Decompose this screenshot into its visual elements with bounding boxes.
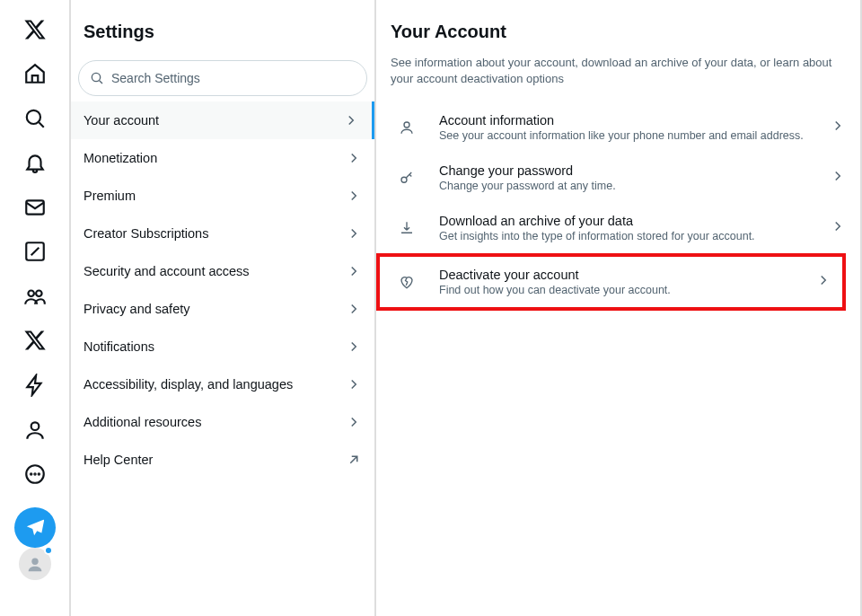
heartbreak-icon [391, 274, 423, 290]
key-icon [391, 170, 423, 186]
svg-point-7 [31, 473, 31, 474]
chevron-right-icon [346, 188, 362, 204]
chevron-right-icon [343, 112, 359, 128]
chevron-right-icon [830, 218, 846, 238]
compose-button[interactable] [14, 507, 56, 549]
communities-icon[interactable] [13, 274, 57, 319]
search-icon [90, 71, 104, 85]
chevron-right-icon [346, 414, 362, 430]
option-change-password[interactable]: Change your password Change your passwor… [376, 153, 860, 203]
option-deactivate-account[interactable]: Deactivate your account Find out how you… [376, 253, 846, 311]
mail-icon[interactable] [13, 185, 57, 230]
svg-point-9 [38, 473, 39, 474]
svg-point-12 [404, 122, 409, 128]
chevron-right-icon [830, 168, 846, 188]
search-settings-field[interactable] [78, 60, 367, 96]
svg-point-3 [28, 290, 34, 296]
option-title: Download an archive of your data [439, 214, 814, 228]
svg-point-4 [36, 290, 42, 296]
option-subtitle: Change your password at any time. [439, 180, 814, 192]
settings-item-label: Creator Subscriptions [84, 226, 208, 241]
app-root: Settings Your account Monetization Premi… [0, 0, 862, 616]
chevron-right-icon [346, 150, 362, 166]
bell-icon[interactable] [13, 141, 57, 186]
option-download-archive[interactable]: Download an archive of your data Get ins… [376, 203, 860, 253]
option-subtitle: Find out how you can deactivate your acc… [439, 284, 799, 296]
settings-item-your-account[interactable]: Your account [71, 101, 374, 139]
settings-item-label: Privacy and safety [84, 302, 189, 316]
settings-item-help-center[interactable]: Help Center [71, 441, 374, 479]
detail-title: Your Account [376, 11, 860, 49]
settings-item-premium[interactable]: Premium [71, 177, 374, 215]
settings-list: Your account Monetization Premium Creato… [71, 101, 374, 479]
settings-item-label: Your account [84, 113, 159, 128]
chevron-right-icon [346, 339, 362, 355]
settings-item-label: Notifications [84, 339, 154, 354]
option-title: Account information [439, 113, 814, 128]
x-logo-icon[interactable] [13, 7, 57, 52]
detail-description: See information about your account, down… [376, 49, 860, 102]
chevron-right-icon [346, 263, 362, 279]
settings-item-label: Additional resources [84, 415, 201, 429]
chevron-right-icon [815, 272, 831, 292]
option-account-information[interactable]: Account information See your account inf… [376, 102, 860, 153]
more-icon[interactable] [13, 452, 57, 497]
option-text: Account information See your account inf… [439, 113, 814, 142]
chevron-right-icon [346, 225, 362, 242]
svg-point-11 [92, 73, 100, 81]
settings-item-label: Security and account access [84, 264, 250, 278]
settings-item-label: Accessibility, display, and languages [84, 377, 293, 392]
grok-icon[interactable] [13, 230, 57, 275]
option-text: Deactivate your account Find out how you… [439, 268, 799, 296]
settings-title: Settings [71, 11, 374, 53]
svg-point-0 [26, 110, 40, 124]
settings-item-label: Help Center [84, 453, 153, 467]
home-icon[interactable] [13, 52, 57, 97]
person-icon [391, 119, 423, 136]
settings-item-creator-subscriptions[interactable]: Creator Subscriptions [71, 215, 374, 252]
detail-column: Your Account See information about your … [376, 0, 862, 616]
chevron-right-icon [346, 376, 362, 392]
search-icon[interactable] [13, 96, 57, 141]
option-title: Change your password [439, 163, 814, 178]
option-subtitle: See your account information like your p… [439, 129, 814, 142]
settings-column: Settings Your account Monetization Premi… [71, 0, 376, 616]
option-text: Change your password Change your passwor… [439, 163, 814, 192]
bolt-icon[interactable] [13, 363, 57, 408]
settings-item-accessibility[interactable]: Accessibility, display, and languages [71, 365, 374, 403]
search-input[interactable] [111, 71, 356, 85]
chevron-right-icon [346, 301, 362, 317]
external-link-icon [346, 452, 362, 468]
settings-item-label: Premium [84, 189, 136, 203]
settings-item-notifications[interactable]: Notifications [71, 328, 374, 365]
premium-x-icon[interactable] [13, 319, 57, 364]
svg-point-8 [34, 473, 35, 474]
settings-item-security-account-access[interactable]: Security and account access [71, 252, 374, 290]
settings-item-label: Monetization [84, 151, 157, 165]
settings-item-additional-resources[interactable]: Additional resources [71, 403, 374, 441]
chevron-right-icon [830, 118, 846, 137]
settings-item-monetization[interactable]: Monetization [71, 139, 374, 177]
avatar[interactable] [19, 548, 51, 580]
nav-rail [0, 0, 71, 616]
profile-icon[interactable] [13, 408, 57, 453]
svg-point-13 [401, 177, 407, 182]
svg-point-10 [31, 559, 38, 565]
option-text: Download an archive of your data Get ins… [439, 214, 814, 242]
option-subtitle: Get insights into the type of informatio… [439, 230, 814, 242]
download-icon [391, 220, 423, 236]
option-title: Deactivate your account [439, 268, 799, 282]
avatar-notification-dot [44, 546, 53, 555]
svg-point-5 [31, 422, 39, 430]
settings-item-privacy-safety[interactable]: Privacy and safety [71, 290, 374, 328]
